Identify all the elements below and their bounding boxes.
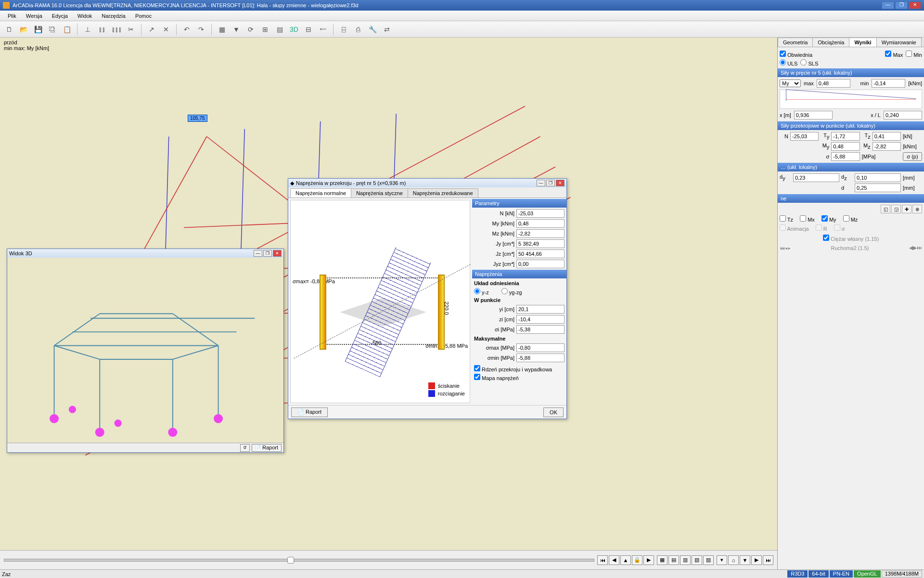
min-checkbox[interactable]: Min (906, 51, 922, 58)
nav-down2-icon[interactable]: ▼ (740, 555, 750, 565)
window-3d-titlebar[interactable]: Widok 3D — ❐ ✕ (7, 249, 283, 258)
win3d-raport-button[interactable]: 📄 Raport (252, 444, 282, 452)
anim-btn4-icon[interactable]: ⊕ (912, 205, 922, 213)
redo-icon[interactable]: ↷ (195, 23, 207, 36)
ref-yz-radio[interactable]: y-z (474, 288, 489, 295)
save-icon[interactable]: 💾 (32, 23, 44, 36)
view-grid5-icon[interactable]: ▨ (703, 555, 714, 565)
Mz-input[interactable] (873, 142, 901, 151)
close-button[interactable]: ✕ (909, 1, 921, 9)
cb-sigma[interactable]: σ (834, 224, 845, 232)
param-Jyz-input[interactable] (516, 260, 565, 268)
tab-obciazenia[interactable]: Obciążenia (812, 38, 849, 47)
menu-widok[interactable]: Widok (73, 12, 97, 20)
pt-zi-input[interactable] (516, 315, 565, 324)
param-Mz-input[interactable] (516, 229, 565, 238)
sigma-input[interactable] (831, 152, 860, 161)
structural-canvas[interactable]: przód min max: My [kNm] (0, 38, 777, 569)
xm-input[interactable] (794, 111, 833, 119)
tab-geometria[interactable]: Geometria (778, 38, 813, 47)
pt-si-input[interactable] (516, 325, 565, 334)
dialog-stress-titlebar[interactable]: ◆ Naprężenia w przekroju - pręt nr 5 (x=… (288, 179, 566, 187)
ruchoma-nav-left-icon[interactable]: ⏮◀▶ (780, 245, 791, 251)
param-My-input[interactable] (516, 219, 565, 228)
cb-animacja[interactable]: Animacja (780, 224, 809, 232)
copy-icon[interactable]: ⿻ (46, 23, 59, 36)
d-input[interactable] (855, 184, 901, 192)
uls-radio[interactable]: ULS (780, 59, 797, 66)
beam-icon[interactable]: ⊥ (81, 23, 94, 36)
smax-input[interactable] (516, 343, 565, 352)
matrix-icon[interactable]: ⊟ (302, 23, 315, 36)
cb-R[interactable]: R (816, 224, 827, 232)
nav-first-icon[interactable]: ⏮ (597, 555, 608, 565)
nav-prev-icon[interactable]: ◀ (609, 555, 619, 565)
new-icon[interactable]: 🗋 (3, 23, 15, 36)
dlg-minimize-button[interactable]: — (537, 180, 545, 186)
cut-icon[interactable]: ✂ (125, 23, 137, 36)
nav-down-icon[interactable]: ▾ (717, 555, 727, 565)
param-Jz-input[interactable] (516, 250, 565, 258)
tab-shear-stress[interactable]: Naprężenia styczne (351, 188, 408, 197)
view-grid1-icon[interactable]: ▦ (657, 555, 667, 565)
cb-Tz[interactable]: Tz (780, 215, 793, 223)
win3d-maximize-button[interactable]: ❐ (263, 250, 272, 257)
dy-input[interactable] (793, 173, 839, 182)
force-max-input[interactable] (817, 79, 850, 88)
anim-btn2-icon[interactable]: ◲ (891, 205, 901, 213)
tab-normal-stress[interactable]: Naprężenia normalne (290, 188, 351, 197)
dlg-close-button[interactable]: ✕ (556, 180, 565, 186)
menu-narzedzia[interactable]: Narzędzia (97, 12, 130, 20)
sls-radio[interactable]: SLS (800, 59, 818, 66)
tab-reduced-stress[interactable]: Naprężenia zredukowane (408, 188, 478, 197)
dlg-raport-button[interactable]: 📄 Raport (291, 407, 328, 417)
ref-ygzg-radio[interactable]: yg-zg (501, 288, 522, 295)
slider-thumb[interactable] (287, 557, 294, 564)
sheet-icon[interactable]: ▤ (273, 23, 286, 36)
view3d-icon[interactable]: 3D (288, 23, 300, 36)
maximize-button[interactable]: ❐ (895, 1, 908, 9)
view-grid4-icon[interactable]: ▧ (692, 555, 702, 565)
minimize-button[interactable]: — (882, 1, 894, 9)
xl-input[interactable] (884, 111, 922, 119)
dz-input[interactable] (855, 173, 901, 182)
refresh-icon[interactable]: ⟳ (244, 23, 257, 36)
sync-icon[interactable]: ⇄ (381, 23, 393, 36)
param-N-input[interactable] (516, 209, 565, 218)
view-grid2-icon[interactable]: ▤ (668, 555, 679, 565)
calc-icon[interactable]: ⌸ (337, 23, 350, 36)
cb-ciezar[interactable]: Ciężar własny (1.15) (823, 236, 879, 242)
anim-btn3-icon[interactable]: ✚ (902, 205, 911, 213)
time-slider[interactable] (4, 559, 594, 562)
nav-last-icon[interactable]: ⏭ (763, 555, 773, 565)
settings-icon[interactable]: 🔧 (366, 23, 379, 36)
view-grid3-icon[interactable]: ▥ (680, 555, 691, 565)
menu-edycja[interactable]: Edycja (47, 12, 73, 20)
cb-My[interactable]: My (821, 215, 836, 223)
paste-icon[interactable]: 📋 (61, 23, 73, 36)
core-checkbox[interactable]: Rdzeń przekroju i wypadkowa (474, 365, 552, 372)
stress-map-checkbox[interactable]: Mapa naprężeń (474, 374, 519, 381)
grid-icon[interactable]: ▦ (216, 23, 228, 36)
My-input[interactable] (831, 142, 860, 151)
force-component-select[interactable]: My (780, 79, 801, 87)
cb-Mz[interactable]: Mz (843, 215, 858, 223)
nav-lock-icon[interactable]: 🔒 (632, 555, 642, 565)
chart-icon[interactable]: ⬳ (317, 23, 329, 36)
obwiednia-checkbox[interactable]: Obwiednia (780, 51, 812, 58)
tab-wyniki[interactable]: Wyniki (849, 38, 876, 47)
ruchoma-nav-right-icon[interactable]: ◀▶⏭ (909, 245, 922, 251)
max-checkbox[interactable]: Max (885, 51, 903, 58)
menu-pomoc[interactable]: Pomoc (130, 12, 156, 20)
cb-Mx[interactable]: Mx (800, 215, 815, 223)
view-3d-canvas[interactable] (7, 258, 283, 443)
smin-input[interactable] (516, 354, 565, 362)
N-input[interactable] (790, 132, 819, 141)
open-icon[interactable]: 📂 (17, 23, 30, 36)
param-Jy-input[interactable] (516, 239, 565, 248)
nav-right-icon[interactable]: ▶ (751, 555, 762, 565)
move-icon[interactable]: ↗ (145, 23, 158, 36)
nav-next-icon[interactable]: ▶ (643, 555, 654, 565)
menu-wersja[interactable]: Wersja (21, 12, 47, 20)
Tz-input[interactable] (873, 132, 901, 141)
